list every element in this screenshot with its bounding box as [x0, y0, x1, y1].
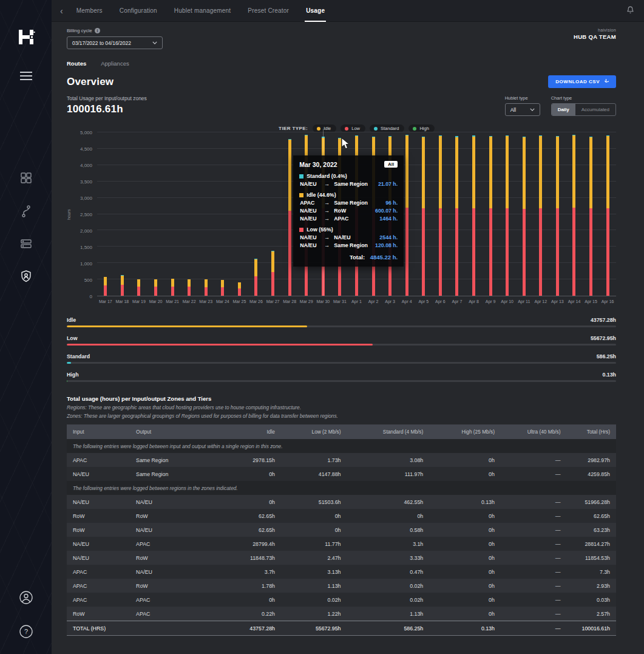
- stacked-bar: [439, 135, 442, 296]
- x-tick-label: Apr 14: [566, 299, 583, 304]
- billing-cycle-select[interactable]: 03/17/2022 to 04/16/2022: [67, 36, 163, 49]
- legend-dot-standard: [374, 127, 378, 131]
- cell-ultra-40-mb-s-: —: [501, 523, 567, 537]
- cell-total-hrs-: 4259.85h: [567, 467, 617, 481]
- shield-user-icon[interactable]: [21, 270, 32, 282]
- bar-segment-low: [171, 287, 174, 296]
- cell-idle: 43757.28h: [218, 621, 281, 636]
- cell-input: NA/EU: [67, 495, 130, 509]
- bar-slot-mar-23[interactable]: [197, 132, 214, 296]
- tab-preset-creator[interactable]: Preset Creator: [248, 0, 289, 22]
- menu-icon[interactable]: [20, 72, 32, 80]
- cell-input: RoW: [67, 523, 130, 537]
- help-icon[interactable]: ?: [19, 625, 33, 638]
- usage-chart: TIER TYPE: IdleLowStandardHigh hours 050…: [67, 124, 616, 304]
- table-row: RoWNA/EU62.65h0h0.58h0h—63.23h: [67, 523, 616, 537]
- routes-icon[interactable]: [21, 205, 31, 217]
- bar-slot-mar-24[interactable]: [214, 132, 231, 296]
- bar-slot-mar-18[interactable]: [114, 132, 131, 296]
- bar-slot-mar-20[interactable]: [147, 132, 164, 296]
- bar-segment-low: [606, 208, 609, 296]
- appliances-icon[interactable]: [21, 239, 32, 248]
- cell-total-hrs-: 11854.53h: [567, 551, 617, 565]
- stacked-bar: [455, 136, 458, 296]
- bar-segment-low: [188, 287, 191, 296]
- arrow-right-icon: →: [324, 242, 334, 248]
- notifications-bell-icon[interactable]: [626, 5, 634, 16]
- x-tick-label: Mar 20: [147, 299, 164, 304]
- cell-input: APAC: [67, 579, 130, 593]
- bar-slot-apr-6[interactable]: [432, 132, 449, 296]
- bar-slot-mar-22[interactable]: [181, 132, 198, 296]
- bar-segment-low: [154, 287, 157, 296]
- cell-low-2-mb-s-: 1.22h: [281, 607, 347, 621]
- bar-slot-mar-19[interactable]: [130, 132, 147, 296]
- bar-slot-apr-12[interactable]: [532, 132, 549, 296]
- total-usage-block: Total Usage per Input/output zones 10001…: [67, 95, 147, 115]
- stacked-bar: [221, 280, 224, 296]
- bar-slot-apr-14[interactable]: [566, 132, 583, 296]
- tooltip-route-row: APAC→Same Region96 h.: [299, 200, 398, 206]
- tab-hublet-management[interactable]: Hublet management: [174, 0, 231, 22]
- cell-output: APAC: [130, 607, 218, 621]
- toggle-daily[interactable]: Daily: [552, 104, 575, 115]
- bar-slot-apr-7[interactable]: [449, 132, 466, 296]
- table-row: NA/EUSame Region0h4147.88h111.97h0h—4259…: [67, 467, 616, 481]
- tab-routes[interactable]: Routes: [67, 60, 86, 67]
- bar-slot-mar-26[interactable]: [248, 132, 265, 296]
- cell-low-2-mb-s-: 0h: [281, 509, 347, 523]
- info-icon[interactable]: [95, 28, 100, 33]
- cell-idle: 0h: [218, 467, 281, 481]
- tooltip-route-row: NA/EU→NA/EU2544 h.: [299, 234, 398, 240]
- cell-standard-4-mb-s-: 0.47h: [347, 565, 430, 579]
- cell-high-25-mb-s-: 0h: [429, 565, 501, 579]
- cell-input: NA/EU: [67, 467, 130, 481]
- cell-standard-4-mb-s-: 3.08h: [347, 453, 430, 467]
- bar-slot-mar-25[interactable]: [231, 132, 248, 296]
- bar-slot-apr-8[interactable]: [466, 132, 483, 296]
- y-tick-label: 2,000: [80, 228, 92, 234]
- bar-slot-apr-9[interactable]: [482, 132, 499, 296]
- chart-plot[interactable]: Mar 30, 2022 All Standard (0.4%)NA/EU→Sa…: [97, 132, 616, 296]
- bar-segment-low: [405, 208, 408, 296]
- dashboard-icon[interactable]: [21, 172, 32, 183]
- tab-usage[interactable]: Usage: [306, 0, 325, 22]
- tab-configuration[interactable]: Configuration: [120, 0, 157, 22]
- hublet-type-select[interactable]: All: [505, 103, 540, 116]
- bar-slot-apr-5[interactable]: [415, 132, 432, 296]
- x-tick-label: Apr 7: [449, 299, 466, 304]
- tooltip-route-row: NA/EU→Same Region21.07 h.: [299, 181, 398, 187]
- bar-slot-apr-11[interactable]: [515, 132, 532, 296]
- cell-output: Same Region: [130, 453, 218, 467]
- x-tick-label: Mar 22: [181, 299, 198, 304]
- cell-total-hrs-: 2.57h: [567, 607, 617, 621]
- download-csv-button[interactable]: DOWNLOAD CSV: [548, 75, 616, 88]
- bar-slot-mar-21[interactable]: [164, 132, 181, 296]
- x-tick-label: Apr 9: [482, 299, 499, 304]
- stacked-bar: [171, 279, 174, 296]
- page-content: Billing cycle 03/17/2022 to 04/16/2022 h…: [52, 22, 644, 654]
- toggle-accumulated[interactable]: Accumulated: [575, 104, 615, 115]
- tooltip-header: Mar 30, 2022 All: [299, 161, 398, 168]
- bar-segment-low: [271, 272, 274, 296]
- cell-high-25-mb-s-: 0h: [429, 551, 501, 565]
- usage-table-title: Total usage (hours) per Input/output Zon…: [67, 395, 616, 402]
- bar-slot-apr-16[interactable]: [599, 132, 616, 296]
- cell-low-2-mb-s-: 1.13h: [281, 579, 347, 593]
- cell-low-2-mb-s-: 2.47h: [281, 551, 347, 565]
- tier-hours: 55672.95h: [591, 335, 616, 341]
- bar-slot-apr-13[interactable]: [549, 132, 566, 296]
- cell-high-25-mb-s-: 0h: [429, 509, 501, 523]
- bar-slot-mar-17[interactable]: [97, 132, 114, 296]
- tab-members[interactable]: Members: [76, 0, 103, 22]
- back-chevron-icon[interactable]: ‹: [60, 0, 63, 22]
- stacked-bar: [271, 251, 274, 296]
- account-icon[interactable]: [19, 591, 33, 604]
- bar-slot-apr-10[interactable]: [499, 132, 516, 296]
- bar-slot-apr-15[interactable]: [583, 132, 600, 296]
- tab-appliances[interactable]: Appliances: [101, 60, 129, 67]
- stacked-bar: [405, 135, 408, 296]
- bar-slot-mar-27[interactable]: [265, 132, 282, 296]
- haivision-logo[interactable]: [17, 28, 35, 46]
- bar-segment-low: [489, 208, 492, 296]
